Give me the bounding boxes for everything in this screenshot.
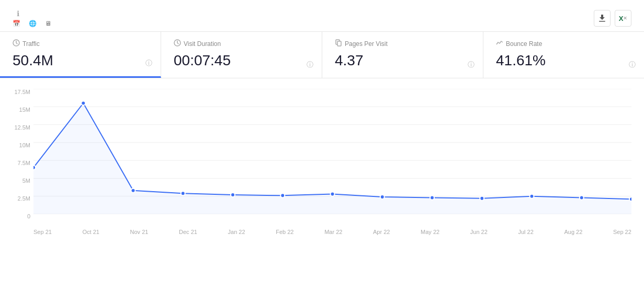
- bounce-rate-metric-icon: [496, 39, 503, 48]
- chart-container: 02.5M5M7.5M10M12.5M15M17.5M Sep 21Oct 21…: [13, 89, 631, 235]
- svg-rect-0: [599, 21, 605, 22]
- x-label: May 22: [421, 229, 439, 235]
- metric-info-icon-visit-duration[interactable]: ⓘ: [307, 60, 313, 69]
- data-point[interactable]: [81, 101, 85, 105]
- data-point[interactable]: [380, 195, 385, 199]
- desktop-icon: 🖥: [45, 20, 51, 27]
- y-label: 0: [13, 213, 33, 219]
- metric-card-bounce-rate[interactable]: Bounce Rate 41.61% ⓘ: [483, 32, 644, 78]
- title-info-icon[interactable]: ℹ: [17, 9, 19, 18]
- data-point[interactable]: [530, 194, 534, 198]
- metric-card-traffic[interactable]: Traffic 50.4M ⓘ: [0, 32, 161, 78]
- visit-duration-metric-icon: [174, 39, 181, 48]
- globe-icon: 🌐: [29, 20, 37, 27]
- data-point[interactable]: [231, 193, 235, 197]
- data-point[interactable]: [33, 166, 36, 170]
- traffic-metric-icon: [13, 39, 20, 48]
- data-point[interactable]: [280, 193, 285, 197]
- header-left: ℹ 📅 🌐 🖥: [13, 9, 53, 27]
- metric-value-traffic: 50.4M: [13, 52, 148, 69]
- x-label: Feb 22: [276, 229, 293, 235]
- data-point[interactable]: [181, 191, 185, 195]
- y-axis: 02.5M5M7.5M10M12.5M15M17.5M: [13, 89, 33, 219]
- x-label: Jan 22: [228, 229, 245, 235]
- header-actions: X✕: [594, 10, 631, 27]
- metric-value-visit-duration: 00:07:45: [174, 52, 309, 69]
- data-point[interactable]: [580, 195, 584, 200]
- x-label: Aug 22: [564, 229, 582, 235]
- x-label: Sep 21: [33, 229, 52, 235]
- metric-value-bounce-rate: 41.61%: [496, 52, 631, 69]
- metric-label-pages-per-visit: Pages Per Visit: [335, 39, 470, 48]
- metric-info-icon-pages-per-visit[interactable]: ⓘ: [468, 60, 474, 69]
- data-point[interactable]: [629, 197, 631, 201]
- metric-card-visit-duration[interactable]: Visit Duration 00:07:45 ⓘ: [161, 32, 322, 78]
- data-point[interactable]: [430, 195, 434, 200]
- region-item: 🌐: [29, 20, 39, 27]
- metric-label-bounce-rate: Bounce Rate: [496, 39, 631, 48]
- data-point[interactable]: [331, 192, 335, 196]
- y-label: 5M: [13, 178, 33, 184]
- data-point[interactable]: [480, 196, 484, 201]
- chart-svg: [33, 89, 631, 219]
- device-item: 🖥: [45, 20, 53, 27]
- y-label: 7.5M: [13, 160, 33, 166]
- metric-label-traffic: Traffic: [13, 39, 148, 48]
- x-label: Jul 22: [518, 229, 533, 235]
- metric-value-pages-per-visit: 4.37: [335, 52, 470, 69]
- data-point[interactable]: [131, 189, 135, 193]
- y-label: 17.5M: [13, 89, 33, 95]
- metrics-bar: Traffic 50.4M ⓘ Visit Duration 00:07:45 …: [0, 31, 644, 78]
- metric-card-pages-per-visit[interactable]: Pages Per Visit 4.37 ⓘ: [322, 32, 483, 78]
- x-label: Dec 21: [179, 229, 197, 235]
- y-label: 12.5M: [13, 124, 33, 131]
- svg-rect-4: [337, 41, 341, 46]
- y-label: 2.5M: [13, 195, 33, 202]
- metric-info-icon-bounce-rate[interactable]: ⓘ: [629, 60, 636, 69]
- calendar-icon: 📅: [13, 20, 20, 27]
- x-label: Sep 22: [613, 229, 631, 235]
- date-range-item: 📅: [13, 20, 22, 27]
- excel-button[interactable]: X✕: [615, 10, 631, 27]
- metric-label-visit-duration: Visit Duration: [174, 39, 309, 48]
- y-label: 10M: [13, 142, 33, 148]
- x-label: Nov 21: [130, 229, 149, 235]
- x-label: Mar 22: [324, 229, 342, 235]
- chart-area: 02.5M5M7.5M10M12.5M15M17.5M Sep 21Oct 21…: [0, 78, 644, 240]
- y-label: 15M: [13, 107, 33, 113]
- download-button[interactable]: [594, 10, 611, 27]
- x-axis: Sep 21Oct 21Nov 21Dec 21Jan 22Feb 22Mar …: [33, 229, 631, 235]
- x-label: Jun 22: [470, 229, 488, 235]
- metric-info-icon-traffic[interactable]: ⓘ: [145, 58, 152, 68]
- header: ℹ 📅 🌐 🖥 X✕: [0, 0, 644, 31]
- x-label: Oct 21: [83, 229, 99, 235]
- x-label: Apr 22: [373, 229, 390, 235]
- pages-per-visit-metric-icon: [335, 39, 342, 48]
